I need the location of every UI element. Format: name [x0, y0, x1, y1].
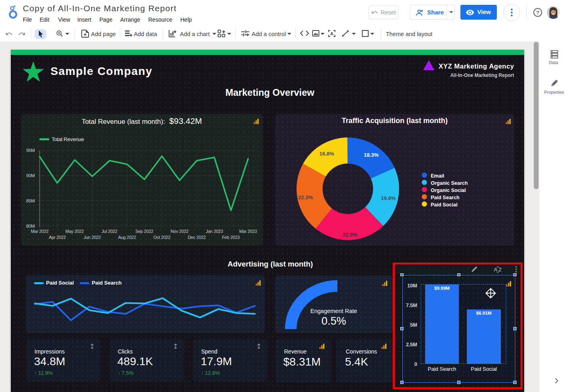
svg-text:A: A: [330, 31, 333, 36]
svg-text:19.6%: 19.6%: [381, 195, 396, 201]
svg-text:?: ?: [536, 10, 539, 16]
